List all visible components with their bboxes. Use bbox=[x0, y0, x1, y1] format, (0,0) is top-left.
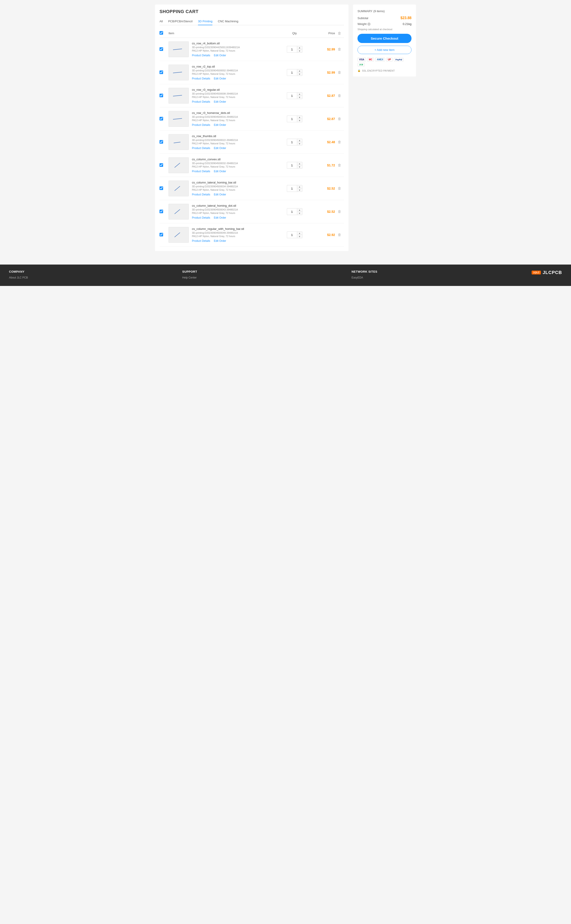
add-item-button[interactable]: + Add new item bbox=[358, 46, 412, 54]
product-details-link-9[interactable]: Product Details bbox=[192, 239, 210, 243]
product-details-link-7[interactable]: Product Details bbox=[192, 193, 210, 196]
qty-down-9[interactable]: ▼ bbox=[297, 235, 302, 238]
qty-up-4[interactable]: ▲ bbox=[297, 116, 302, 119]
qty-up-7[interactable]: ▲ bbox=[297, 185, 302, 189]
qty-down-2[interactable]: ▼ bbox=[297, 73, 302, 76]
item-checkbox-5[interactable] bbox=[159, 140, 163, 144]
item-checkbox-1[interactable] bbox=[159, 47, 163, 51]
qty-up-8[interactable]: ▲ bbox=[297, 209, 302, 212]
edit-order-link-4[interactable]: Edit Order bbox=[214, 123, 226, 127]
qty-input-5[interactable] bbox=[287, 139, 297, 145]
delete-item-button-8[interactable]: 🗑 bbox=[335, 210, 344, 214]
qty-down-6[interactable]: ▼ bbox=[297, 165, 302, 169]
edit-order-link-2[interactable]: Edit Order bbox=[214, 77, 226, 80]
qty-down-5[interactable]: ▼ bbox=[297, 142, 302, 145]
product-details-link-5[interactable]: Product Details bbox=[192, 147, 210, 150]
qty-input-8[interactable] bbox=[287, 209, 297, 214]
qty-arrows-8: ▲ ▼ bbox=[297, 209, 302, 215]
footer-network: NETWORK SITES EasyEDA bbox=[352, 270, 377, 280]
footer-help-link[interactable]: Help Center bbox=[182, 276, 197, 279]
qty-up-6[interactable]: ▲ bbox=[297, 162, 302, 165]
product-details-link-4[interactable]: Product Details bbox=[192, 123, 210, 127]
item-links-6: Product Details Edit Order bbox=[192, 170, 281, 173]
delete-item-button-7[interactable]: 🗑 bbox=[335, 186, 344, 190]
item-checkbox-6[interactable] bbox=[159, 163, 163, 167]
subtotal-value: $23.88 bbox=[400, 16, 412, 20]
footer-support-heading: SUPPORT bbox=[182, 270, 197, 273]
qty-input-1[interactable] bbox=[287, 47, 297, 52]
qty-up-1[interactable]: ▲ bbox=[297, 46, 302, 49]
delete-item-button-4[interactable]: 🗑 bbox=[335, 117, 344, 121]
item-checkbox-2[interactable] bbox=[159, 70, 163, 74]
item-qty-7: ▲ ▼ bbox=[281, 185, 308, 192]
qty-up-2[interactable]: ▲ bbox=[297, 69, 302, 73]
item-thumbnail-1 bbox=[168, 42, 189, 57]
weight-info-icon[interactable]: i bbox=[367, 23, 370, 26]
product-details-link-8[interactable]: Product Details bbox=[192, 216, 210, 219]
item-links-2: Product Details Edit Order bbox=[192, 77, 281, 80]
edit-order-link-9[interactable]: Edit Order bbox=[214, 239, 226, 243]
product-details-link-3[interactable]: Product Details bbox=[192, 100, 210, 103]
item-name-6: cs_column_convex.stl bbox=[192, 158, 281, 161]
item-thumbnail-6 bbox=[168, 157, 189, 173]
qty-down-7[interactable]: ▼ bbox=[297, 189, 302, 192]
edit-order-link-1[interactable]: Edit Order bbox=[214, 54, 226, 57]
tab-3d-printing[interactable]: 3D Printing bbox=[198, 18, 212, 25]
item-name-8: cs_column_lateral_homing_dot.stl bbox=[192, 204, 281, 207]
tab-pcb[interactable]: PCB/PCBA/Stencil bbox=[168, 18, 192, 25]
edit-order-link-3[interactable]: Edit Order bbox=[214, 100, 226, 103]
item-links-4: Product Details Edit Order bbox=[192, 123, 281, 127]
item-name-9: cs_column_regular_with_homing_bar.stl bbox=[192, 227, 281, 231]
item-qty-9: ▲ ▼ bbox=[281, 231, 308, 238]
delete-item-button-2[interactable]: 🗑 bbox=[335, 70, 344, 74]
qty-input-4[interactable] bbox=[287, 116, 297, 122]
edit-order-link-7[interactable]: Edit Order bbox=[214, 193, 226, 196]
qty-input-7[interactable] bbox=[287, 186, 297, 191]
edit-order-link-6[interactable]: Edit Order bbox=[214, 170, 226, 173]
qty-input-6[interactable] bbox=[287, 163, 297, 168]
edit-order-link-5[interactable]: Edit Order bbox=[214, 147, 226, 150]
qty-up-9[interactable]: ▲ bbox=[297, 232, 302, 235]
qty-down-4[interactable]: ▼ bbox=[297, 119, 302, 122]
item-checkbox-8[interactable] bbox=[159, 210, 163, 213]
qty-input-3[interactable] bbox=[287, 93, 297, 98]
footer-about-link[interactable]: About JLC PCB bbox=[9, 276, 28, 279]
checkout-button[interactable]: Secure Checkout bbox=[358, 34, 412, 43]
amex-icon: AMEX bbox=[375, 58, 385, 62]
delete-item-button-1[interactable]: 🗑 bbox=[335, 47, 344, 51]
qty-down-8[interactable]: ▼ bbox=[297, 212, 302, 215]
qty-stepper-8: ▲ ▼ bbox=[287, 208, 302, 215]
delete-item-button-5[interactable]: 🗑 bbox=[335, 140, 344, 144]
item-checkbox-7[interactable] bbox=[159, 186, 163, 190]
delete-item-button-6[interactable]: 🗑 bbox=[335, 163, 344, 167]
item-checkbox-4[interactable] bbox=[159, 117, 163, 121]
svg-line-6 bbox=[174, 186, 180, 191]
product-details-link-6[interactable]: Product Details bbox=[192, 170, 210, 173]
shipping-note: Shipping calculated at checkout bbox=[358, 28, 412, 31]
item-checkbox-3[interactable] bbox=[159, 94, 163, 97]
item-thumbnail-9 bbox=[168, 227, 189, 243]
item-thumbnail-2 bbox=[168, 65, 189, 80]
qty-input-2[interactable] bbox=[287, 70, 297, 75]
tab-all[interactable]: All bbox=[159, 18, 163, 25]
table-row: cs_row_r3_regular.stl 3D-printing:D20230… bbox=[159, 84, 344, 107]
item-links-8: Product Details Edit Order bbox=[192, 216, 281, 219]
qty-down-3[interactable]: ▼ bbox=[297, 96, 302, 99]
qty-stepper-4: ▲ ▼ bbox=[287, 116, 302, 122]
qty-up-3[interactable]: ▲ bbox=[297, 93, 302, 96]
footer-easyeda-link[interactable]: EasyEDA bbox=[352, 276, 377, 279]
qty-up-5[interactable]: ▲ bbox=[297, 139, 302, 142]
tab-cnc[interactable]: CNC Machining bbox=[218, 18, 238, 25]
footer-company-heading: COMPANY bbox=[9, 270, 28, 273]
item-checkbox-9[interactable] bbox=[159, 233, 163, 237]
delete-item-button-3[interactable]: 🗑 bbox=[335, 94, 344, 98]
select-all-checkbox[interactable] bbox=[159, 31, 163, 35]
edit-order-link-8[interactable]: Edit Order bbox=[214, 216, 226, 219]
qty-input-9[interactable] bbox=[287, 232, 297, 238]
brand-badge: J@LC bbox=[532, 271, 541, 274]
delete-item-button-9[interactable]: 🗑 bbox=[335, 233, 344, 237]
qty-down-1[interactable]: ▼ bbox=[297, 49, 302, 53]
product-details-link-2[interactable]: Product Details bbox=[192, 77, 210, 80]
product-details-link-1[interactable]: Product Details bbox=[192, 54, 210, 57]
header-price: Price bbox=[308, 31, 335, 35]
